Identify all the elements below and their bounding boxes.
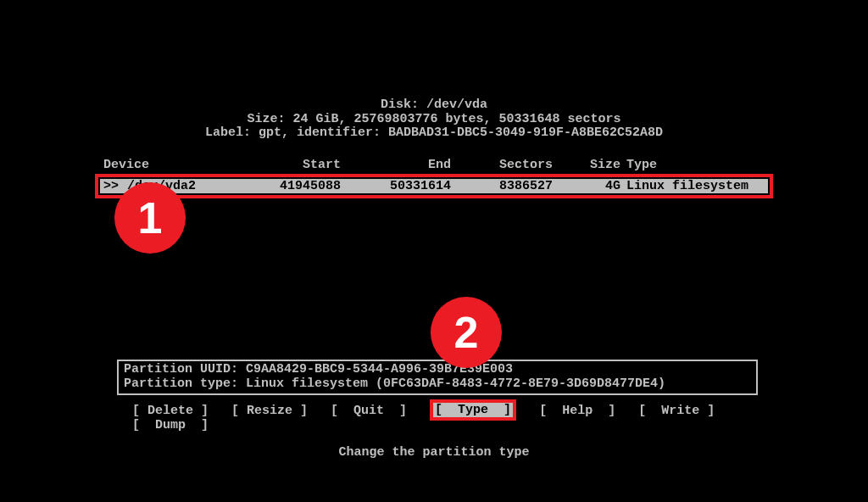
- selection-pointer-icon: >>: [103, 179, 127, 193]
- annotation-badge-2: 2: [431, 297, 502, 368]
- help-button[interactable]: [ Help ]: [539, 404, 615, 418]
- col-type: Type: [620, 158, 765, 172]
- cell-start: 41945088: [231, 179, 341, 193]
- write-button[interactable]: [ Write ]: [638, 404, 715, 418]
- hint-text: Change the partition type: [0, 445, 868, 460]
- delete-button[interactable]: [ Delete ]: [132, 404, 209, 418]
- annotation-badge-1: 1: [114, 182, 186, 254]
- col-end: End: [341, 158, 451, 172]
- col-sectors: Sectors: [451, 158, 553, 172]
- col-size: Size: [553, 158, 620, 172]
- quit-button[interactable]: [ Quit ]: [331, 404, 407, 418]
- cell-type: Linux filesystem: [620, 179, 765, 193]
- partition-uuid: Partition UUID: C9AA8429-BBC9-5344-A996-…: [124, 363, 751, 377]
- cell-sectors: 8386527: [451, 179, 553, 193]
- cfdisk-screen: Disk: /dev/vda Size: 24 GiB, 25769803776…: [0, 0, 868, 502]
- partition-info: Partition UUID: C9AA8429-BBC9-5344-A996-…: [117, 360, 758, 395]
- type-button[interactable]: [ Type ]: [433, 403, 513, 417]
- dump-button[interactable]: [ Dump ]: [132, 418, 209, 432]
- header: Disk: /dev/vda Size: 24 GiB, 25769803776…: [0, 0, 868, 141]
- partition-table: Device Start End Sectors Size Type >> /d…: [95, 158, 773, 198]
- cell-end: 50331614: [341, 179, 451, 193]
- table-row[interactable]: >> /dev/vda2 41945088 50331614 8386527 4…: [100, 179, 768, 193]
- action-menu: [ Delete ] [ Resize ] [ Quit ] [ Type ] …: [132, 403, 715, 432]
- disk-size: Size: 24 GiB, 25769803776 bytes, 5033164…: [0, 113, 868, 127]
- disk-label: Label: gpt, identifier: BADBAD31-DBC5-30…: [0, 126, 868, 141]
- partition-type: Partition type: Linux filesystem (0FC63D…: [124, 377, 751, 392]
- annotation-frame-1: >> /dev/vda2 41945088 50331614 8386527 4…: [95, 174, 773, 198]
- table-header: Device Start End Sectors Size Type: [95, 158, 773, 172]
- col-device: Device: [103, 158, 231, 172]
- annotation-frame-2: [ Type ]: [430, 399, 516, 421]
- disk-title: Disk: /dev/vda: [0, 98, 868, 113]
- col-start: Start: [231, 158, 341, 172]
- cell-size: 4G: [553, 179, 620, 193]
- resize-button[interactable]: [ Resize ]: [231, 404, 308, 418]
